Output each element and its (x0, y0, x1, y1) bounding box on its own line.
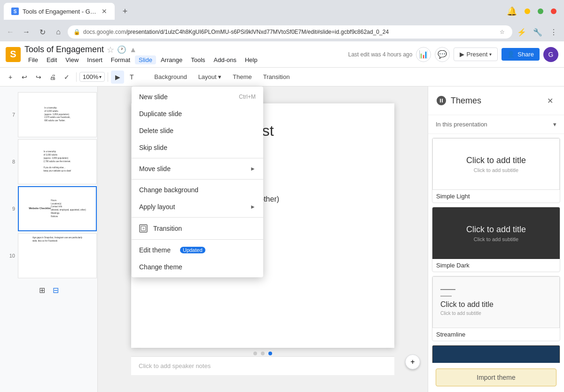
close-btn[interactable] (551, 8, 556, 14)
nav-dot-1[interactable] (253, 352, 257, 355)
themes-panel: Themes ✕ In this presentation ▾ Click to… (428, 86, 564, 392)
theme-card-simple-dark[interactable]: Click to add title Click to add subtitle… (432, 207, 560, 272)
address-bar-row: ← → ↻ ⌂ 🔒 docs.google.com/presentation/d… (0, 23, 564, 41)
section-expand-icon[interactable]: ▾ (553, 121, 556, 128)
add-to-slide-btn[interactable]: + (405, 354, 420, 369)
themes-close-btn[interactable]: ✕ (543, 94, 556, 107)
apply-layout-arrow: ► (250, 204, 256, 210)
print-btn[interactable]: 🖨 (46, 71, 59, 84)
nav-dot-3[interactable] (268, 352, 272, 355)
zoom-control[interactable]: 100% ▾ (79, 72, 105, 82)
app-title-area: Tools of Engagement ☆ 🕐 ▲ File Edit View… (24, 45, 261, 64)
gdrive-icon[interactable]: ▲ (129, 46, 137, 54)
present-label: Present (466, 51, 487, 58)
tab-theme[interactable]: Theme (227, 71, 257, 82)
add-slide-toolbar-btn[interactable]: + (4, 71, 17, 84)
slide-thumb-10[interactable]: Age gaps in Snapchat, Instagram use are … (18, 233, 97, 278)
share-btn[interactable]: 👤 Share (501, 48, 540, 61)
theme-card-streamline[interactable]: Click to add title Click to add subtitle… (432, 276, 560, 341)
slide-item-7[interactable]: 7 In a township of 3,000 adults (approx.… (8, 92, 97, 137)
menu-item-apply-layout[interactable]: Apply layout ► (132, 198, 263, 215)
new-slide-label: New slide (139, 93, 168, 101)
transition-label: Transition (153, 225, 182, 232)
menu-tools[interactable]: Tools (187, 55, 209, 64)
minimize-btn[interactable] (525, 8, 530, 14)
menu-help[interactable]: Help (241, 55, 261, 64)
menu-view[interactable]: View (62, 55, 82, 64)
address-bar[interactable]: 🔒 docs.google.com/presentation/d/1ulzC4h… (68, 25, 512, 39)
maximize-btn[interactable] (538, 8, 543, 14)
home-btn[interactable]: ⌂ (52, 25, 65, 39)
cursor-tool[interactable]: ▶ (111, 71, 124, 84)
move-slide-arrow: ► (250, 165, 256, 172)
menu-item-move-slide[interactable]: Move slide ► (132, 160, 263, 177)
extension-icon2[interactable]: 🔧 (531, 25, 544, 39)
zoom-value: 100% (83, 73, 98, 80)
menu-addons[interactable]: Add-ons (210, 55, 240, 64)
tab-favicon: S (11, 8, 19, 15)
slide-thumb-9[interactable]: Website Checklist Hours Location(s) Cont… (18, 186, 97, 231)
import-theme-btn[interactable]: Import theme (436, 368, 556, 386)
list-view-btn[interactable]: ⊟ (53, 286, 59, 295)
new-tab-btn[interactable]: + (118, 5, 132, 18)
theme-card-simple-light[interactable]: Click to add title Click to add subtitle… (432, 138, 560, 203)
menu-item-change-theme[interactable]: Change theme (132, 259, 263, 275)
present-icon: ▶ (460, 51, 464, 58)
theme-label-streamline: Streamline (432, 328, 560, 341)
url-path: /presentation/d/1ulzC4h8KgUI6PLOmMU-s6PS… (126, 29, 389, 35)
slideshow-btn[interactable]: 📊 (416, 47, 431, 62)
browser-notifications[interactable]: 🔔 (507, 6, 517, 16)
slide-thumb-8[interactable]: In a township of 3,000 adults (approx. 3… (18, 139, 97, 184)
bookmark-icon[interactable]: ☆ (497, 27, 507, 37)
extension-icon1[interactable]: ⚡ (515, 25, 528, 39)
tab-title: Tools of Engagement - Google S... (23, 8, 98, 15)
slide-item-10[interactable]: 10 Age gaps in Snapchat, Instagram use a… (8, 233, 97, 278)
back-btn[interactable]: ← (4, 25, 17, 39)
user-avatar[interactable]: G (543, 47, 558, 62)
theme-preview-light: Click to add title Click to add subtitle (432, 138, 560, 190)
spell-check-btn[interactable]: ✓ (60, 71, 73, 84)
menu-format[interactable]: Format (107, 55, 134, 64)
menu-slide[interactable]: Slide (135, 55, 156, 64)
forward-btn[interactable]: → (20, 25, 33, 39)
theme-preview-streamline: Click to add title Click to add subtitle (432, 276, 560, 328)
tab-layout[interactable]: Layout ▾ (193, 71, 227, 82)
menu-divider-2 (132, 179, 263, 180)
menu-item-new-slide[interactable]: New slide Ctrl+M (132, 88, 263, 105)
menu-arrange[interactable]: Arrange (157, 55, 186, 64)
menu-insert[interactable]: Insert (83, 55, 106, 64)
comments-btn[interactable]: 💬 (435, 47, 450, 62)
menu-item-duplicate-slide[interactable]: Duplicate slide (132, 105, 263, 122)
theme-light-title: Click to add title (466, 156, 526, 165)
view-toggle-row: ⊞ ⊟ (0, 282, 97, 298)
menu-item-change-background[interactable]: Change background (132, 181, 263, 198)
new-slide-shortcut: Ctrl+M (239, 94, 256, 100)
present-btn[interactable]: ▶ Present ▾ (454, 47, 498, 61)
slide-notes-bar[interactable]: Click to add speaker notes (131, 356, 394, 375)
menu-item-delete-slide[interactable]: Delete slide (132, 122, 263, 139)
slide-item-9[interactable]: 9 Website Checklist Hours Location(s) Co… (8, 186, 97, 231)
menu-item-edit-theme[interactable]: Edit theme Updated (132, 242, 263, 259)
redo-btn[interactable]: ↪ (32, 71, 45, 84)
nav-dot-2[interactable] (261, 352, 265, 355)
undo-btn[interactable]: ↩ (18, 71, 31, 84)
star-btn[interactable]: ☆ (107, 45, 114, 55)
text-tool[interactable]: T (125, 71, 138, 84)
slide-content-8: In a township of 3,000 adults (approx. 3… (44, 150, 71, 172)
browser-tab[interactable]: S Tools of Engagement - Google S... ✕ (4, 3, 115, 20)
tab-close-btn[interactable]: ✕ (102, 8, 107, 15)
tab-transition[interactable]: Transition (258, 71, 296, 82)
refresh-btn[interactable]: ↻ (36, 25, 49, 39)
menu-file[interactable]: File (24, 55, 42, 64)
grid-view-btn[interactable]: ⊞ (39, 286, 45, 295)
chrome-menu-icon[interactable]: ⋮ (547, 25, 560, 39)
history-btn[interactable]: 🕐 (117, 45, 126, 54)
menu-item-transition[interactable]: Transition (132, 220, 263, 237)
updated-badge: Updated (180, 247, 205, 253)
slide-thumb-7[interactable]: In a township of 3,000 adults (approx. 3… (18, 92, 97, 137)
tab-background[interactable]: Background (149, 71, 192, 82)
theme-card-colorful[interactable] (432, 345, 560, 363)
menu-item-skip-slide[interactable]: Skip slide (132, 139, 263, 156)
slide-item-8[interactable]: 8 In a township of 3,000 adults (approx.… (8, 139, 97, 184)
menu-edit[interactable]: Edit (43, 55, 61, 64)
